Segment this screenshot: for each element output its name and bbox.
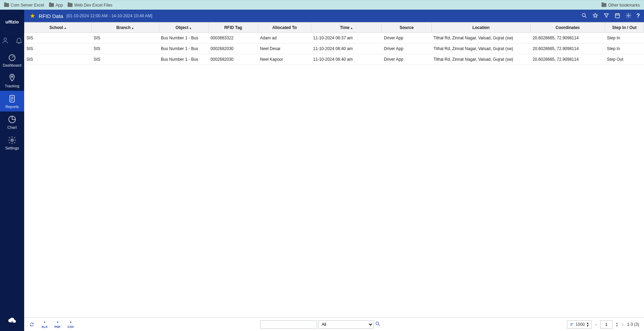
- cell-school: SIS: [25, 43, 92, 54]
- table-row[interactable]: SISSISBus Number 1 - Bus0003663322Adam a…: [25, 33, 644, 43]
- filter-icon[interactable]: [603, 12, 609, 20]
- cell-school: SIS: [25, 33, 92, 43]
- export-csv[interactable]: CSV: [68, 320, 74, 329]
- export-label: XLS: [41, 325, 48, 329]
- sidebar-item-chart[interactable]: Chart: [0, 111, 24, 132]
- prev-page[interactable]: ‹: [594, 322, 597, 327]
- filter-select[interactable]: All: [318, 320, 374, 329]
- export-pdf[interactable]: PDF: [55, 320, 61, 329]
- cell-coord: 20.6028665, 72.9098114: [530, 33, 605, 43]
- cell-alloc: Adam ad: [258, 33, 311, 43]
- other-bookmarks[interactable]: Other bookmarks: [602, 3, 640, 8]
- cell-branch: SIS: [92, 43, 159, 54]
- folder-icon: [4, 3, 9, 7]
- sidebar-item-label: Dashboard: [3, 63, 21, 67]
- cell-branch: SIS: [92, 54, 159, 65]
- cell-branch: SIS: [92, 33, 159, 43]
- search-icon[interactable]: [581, 12, 587, 20]
- cell-loc: Tithal Rd, Zinnat Nagar, Valsad, Gujrat …: [431, 33, 530, 43]
- column-header[interactable]: RFID Tag: [209, 23, 258, 33]
- cell-time: 11-10-2024 06:37 am: [311, 33, 382, 43]
- table-row[interactable]: SISSISBus Number 1 - Bus0002682030Neel K…: [25, 54, 644, 65]
- column-header[interactable]: Location: [431, 23, 530, 33]
- date-range: [01-10-2024 12:00 AM - 14-10-2024 10:49 …: [67, 13, 152, 18]
- column-header[interactable]: Source: [382, 23, 432, 33]
- sidebar-item-dashboard[interactable]: Dashboard: [0, 49, 24, 70]
- column-header[interactable]: Object▲: [159, 23, 209, 33]
- bookmark-item[interactable]: Com Server Excel: [4, 3, 44, 8]
- pin-icon: [8, 74, 17, 82]
- svg-point-0: [4, 38, 6, 40]
- cell-loc: Tithal Rd, Zinnat Nagar, Valsad, Gujrat …: [431, 43, 530, 54]
- export-xls[interactable]: XLS: [41, 320, 48, 329]
- cell-step: Step In: [605, 43, 644, 54]
- footer: XLS PDF CSV All 1000 ▲▼ ‹: [24, 317, 644, 331]
- column-header[interactable]: Coordinates: [530, 23, 605, 33]
- page-title: RFID Data: [39, 13, 63, 19]
- sort-asc-icon: ▲: [64, 27, 67, 30]
- cell-source: Driver App: [382, 43, 432, 54]
- sort-asc-icon: ▲: [189, 27, 192, 30]
- cell-loc: Tithal Rd, Zinnat Nagar, Valsad, Gujrat …: [431, 54, 530, 65]
- export-label: CSV: [68, 325, 74, 329]
- page-size-select[interactable]: 1000 ▲▼: [567, 320, 592, 329]
- help-icon[interactable]: ?: [636, 13, 640, 19]
- svg-point-8: [628, 14, 629, 16]
- brand-logo[interactable]: uffizio: [1, 11, 23, 32]
- bookmark-left: Com Server Excel App Web Dev Excel Files: [4, 3, 113, 8]
- sidebar-item-settings[interactable]: Settings: [0, 132, 24, 153]
- star-icon[interactable]: ★: [30, 12, 35, 20]
- user-icon[interactable]: [1, 37, 9, 45]
- svg-point-6: [582, 13, 585, 17]
- cell-rfid: 0002682030: [209, 43, 258, 54]
- page-range: 1-3 (3): [627, 322, 639, 327]
- page-size-value: 1000: [576, 322, 585, 327]
- bell-icon[interactable]: [15, 37, 23, 45]
- rfid-table: School▲Branch▲Object▲RFID TagAllocated T…: [24, 22, 644, 65]
- column-header[interactable]: Time▲: [311, 23, 382, 33]
- cell-rfid: 0003663322: [209, 33, 258, 43]
- cell-alloc: Neel Desai: [258, 43, 311, 54]
- table-row[interactable]: SISSISBus Number 1 - Bus0002682030Neel D…: [25, 43, 644, 54]
- sidebar: uffizio Dashboard Tracking Reports Chart…: [0, 10, 24, 331]
- brand-text: uffizio: [6, 19, 19, 25]
- cell-step: Step In: [605, 33, 644, 43]
- sidebar-item-label: Chart: [8, 125, 17, 129]
- cell-object: Bus Number 1 - Bus: [159, 33, 209, 43]
- footer-search-icon[interactable]: [375, 321, 381, 328]
- document-icon: [8, 94, 17, 103]
- download-cloud-icon[interactable]: [0, 317, 24, 326]
- bookmark-bar: Com Server Excel App Web Dev Excel Files…: [0, 0, 644, 10]
- column-header[interactable]: School▲: [25, 23, 92, 33]
- calendar-icon[interactable]: [614, 12, 621, 20]
- column-header[interactable]: Step In / Out: [605, 23, 644, 33]
- folder-icon: [602, 3, 606, 7]
- cell-coord: 20.6028665, 72.9098114: [530, 43, 605, 54]
- next-page[interactable]: ›: [621, 322, 624, 327]
- refresh-icon[interactable]: [29, 322, 35, 327]
- table-wrap[interactable]: School▲Branch▲Object▲RFID TagAllocated T…: [24, 22, 644, 317]
- cell-school: SIS: [25, 54, 92, 65]
- cell-object: Bus Number 1 - Bus: [159, 54, 209, 65]
- footer-search-input[interactable]: [260, 320, 317, 329]
- sidebar-item-label: Reports: [6, 105, 19, 109]
- sort-asc-icon: ▲: [131, 27, 134, 30]
- column-header[interactable]: Allocated To: [258, 23, 311, 33]
- sort-asc-icon: ▲: [350, 27, 353, 30]
- svg-point-1: [9, 55, 15, 60]
- table-body: SISSISBus Number 1 - Bus0003663322Adam a…: [25, 33, 644, 65]
- bookmark-item[interactable]: Web Dev Excel Files: [68, 3, 112, 8]
- star-outline-icon[interactable]: [592, 12, 598, 20]
- column-header[interactable]: Branch▲: [92, 23, 159, 33]
- bookmark-item[interactable]: App: [49, 3, 63, 8]
- sidebar-item-reports[interactable]: Reports: [0, 91, 24, 111]
- cell-coord: 20.6028665, 72.9098114: [530, 54, 605, 65]
- bookmark-label: Com Server Excel: [11, 3, 44, 8]
- table-head-row: School▲Branch▲Object▲RFID TagAllocated T…: [25, 23, 644, 33]
- gear-icon[interactable]: [625, 12, 632, 20]
- folder-icon: [68, 3, 73, 7]
- sidebar-item-tracking[interactable]: Tracking: [0, 70, 24, 91]
- cell-time: 11-10-2024 06:40 am: [311, 54, 382, 65]
- gear-icon: [8, 136, 17, 145]
- page-number-input[interactable]: [600, 320, 613, 329]
